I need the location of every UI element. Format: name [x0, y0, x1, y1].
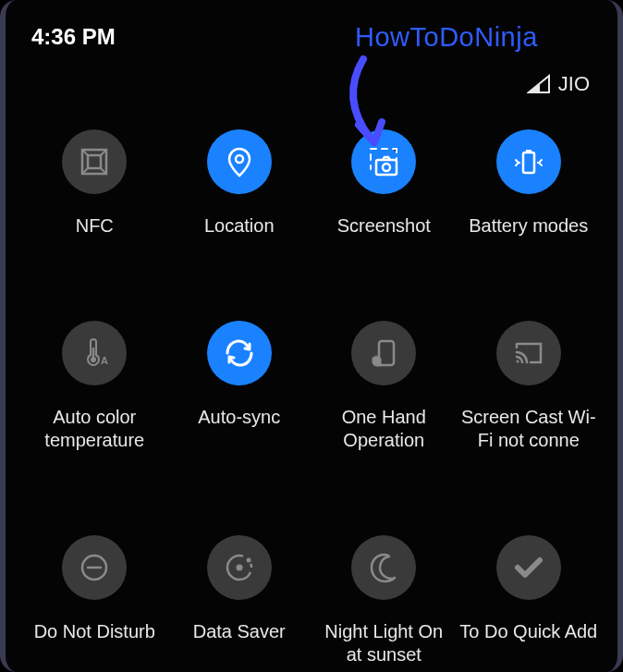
tile-screenshot-label: Screenshot: [337, 214, 431, 238]
tile-auto-color-temp-label: Auto color temperature: [25, 406, 164, 452]
tile-one-hand-circle: [351, 321, 416, 385]
tile-auto-color-temp-circle: A: [62, 321, 127, 385]
tile-data-saver-circle: [207, 535, 272, 600]
tile-battery-modes-label: Battery modes: [469, 214, 588, 238]
moon-icon: [367, 551, 400, 584]
one-hand-icon: [367, 336, 400, 370]
tile-todo-quick-add-circle: [496, 535, 561, 600]
status-time: 4:36 PM: [31, 24, 116, 50]
tile-night-light-label: Night Light On at sunset: [314, 620, 453, 666]
sync-icon: [223, 336, 256, 370]
tile-screenshot[interactable]: Screenshot: [312, 129, 457, 238]
tile-dnd-label: Do Not Disturb: [34, 620, 155, 643]
tile-location-circle: [207, 129, 272, 194]
tile-nfc-circle: [62, 129, 127, 194]
tile-auto-sync[interactable]: Auto-sync: [167, 321, 312, 452]
signal-icon: [527, 74, 551, 94]
tile-one-hand-label: One Hand Operation: [314, 406, 453, 452]
tile-battery-modes[interactable]: Battery modes: [457, 129, 602, 238]
svg-rect-6: [526, 150, 531, 153]
svg-point-9: [91, 357, 96, 362]
location-icon: [223, 145, 256, 178]
tile-todo-quick-add[interactable]: To Do Quick Add: [457, 535, 602, 666]
dnd-icon: [78, 551, 111, 584]
svg-point-18: [246, 558, 250, 563]
svg-point-13: [516, 360, 519, 363]
tile-screen-cast-label: Screen Cast Wi-Fi not conne: [459, 406, 598, 452]
cast-icon: [512, 336, 545, 370]
tile-night-light[interactable]: Night Light On at sunset: [312, 535, 457, 666]
signal-area: JIO: [527, 72, 590, 96]
thermometer-icon: A: [78, 336, 111, 370]
svg-rect-1: [88, 155, 101, 168]
tile-screen-cast[interactable]: Screen Cast Wi-Fi not conne: [457, 321, 602, 452]
checkmark-icon: [512, 551, 545, 584]
tile-screen-cast-circle: [496, 321, 561, 385]
tile-dnd-circle: [62, 535, 127, 600]
tile-data-saver-label: Data Saver: [193, 620, 286, 643]
nfc-icon: [78, 145, 111, 178]
tile-auto-sync-circle: [207, 321, 272, 385]
tile-one-hand[interactable]: One Hand Operation: [312, 321, 457, 452]
svg-point-4: [383, 164, 390, 171]
tile-auto-sync-label: Auto-sync: [198, 406, 280, 429]
watermark-text: HowToDoNinja: [355, 22, 538, 53]
tile-auto-color-temp[interactable]: A Auto color temperature: [22, 321, 167, 452]
tile-todo-quick-add-label: To Do Quick Add: [459, 620, 597, 643]
data-saver-icon: [223, 551, 256, 584]
tile-battery-modes-circle: [496, 129, 561, 194]
tile-dnd[interactable]: Do Not Disturb: [22, 535, 167, 666]
screenshot-icon: [367, 145, 400, 178]
svg-text:A: A: [101, 355, 108, 366]
tile-nfc-label: NFC: [76, 214, 114, 238]
phone-screen: 4:36 PM HowToDoNinja JIO NFC: [0, 0, 623, 672]
tile-location[interactable]: Location: [167, 129, 312, 238]
tile-night-light-circle: [351, 535, 416, 600]
svg-point-2: [236, 155, 243, 163]
carrier-label: JIO: [558, 72, 590, 96]
tile-location-label: Location: [204, 214, 275, 238]
svg-rect-5: [523, 153, 534, 173]
battery-modes-icon: [512, 145, 545, 178]
tile-nfc[interactable]: NFC: [22, 129, 167, 238]
svg-rect-3: [376, 160, 397, 175]
svg-point-17: [236, 565, 242, 571]
quick-settings-grid: NFC Location Screenshot: [6, 55, 617, 666]
tile-data-saver[interactable]: Data Saver: [167, 535, 312, 666]
tile-screenshot-circle: [351, 129, 416, 194]
